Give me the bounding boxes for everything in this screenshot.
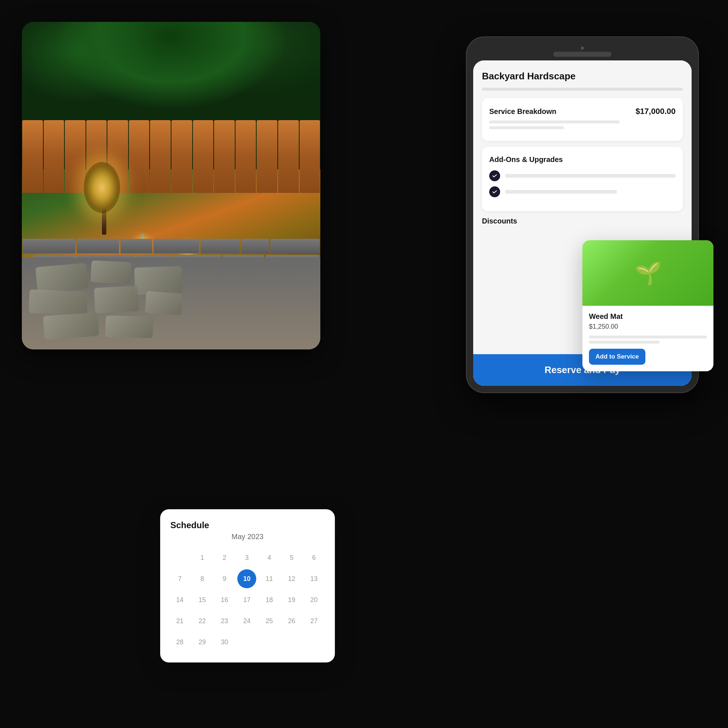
addons-title: Add-Ons & Upgrades: [489, 155, 676, 164]
cal-day-27[interactable]: 27: [305, 612, 324, 630]
addons-card: Add-Ons & Upgrades: [482, 147, 683, 211]
app-title: Backyard Hardscape: [482, 70, 683, 82]
cal-day-4[interactable]: 4: [260, 548, 279, 567]
weedmat-info: Weed Mat $1,250.00 Add to Service: [583, 306, 713, 371]
service-price: $17,000.00: [636, 107, 676, 116]
cal-day-13[interactable]: 13: [305, 569, 324, 588]
phone-bar: [553, 52, 612, 57]
check-icon-2: [492, 189, 498, 195]
cal-day-5[interactable]: 5: [282, 548, 301, 567]
cal-day-2[interactable]: 2: [215, 548, 234, 567]
cal-day-24[interactable]: 24: [237, 612, 256, 630]
phone-speaker: [581, 47, 584, 49]
cal-day-18[interactable]: 18: [260, 590, 279, 609]
check-icon-1: [492, 173, 498, 179]
service-breakdown-label: Service Breakdown: [489, 107, 557, 116]
cal-day-30[interactable]: 30: [215, 633, 234, 652]
check-circle-2: [489, 187, 500, 197]
glow-tree-decoration: [87, 155, 131, 235]
weedmat-price: $1,250.00: [589, 323, 707, 330]
addon-item-1: [489, 170, 676, 181]
discounts-label: Discounts: [482, 217, 683, 232]
cal-day-1[interactable]: 1: [193, 548, 211, 567]
schedule-card: Schedule May 2023 1234567891011121314151…: [160, 509, 335, 662]
cal-day-26[interactable]: 26: [282, 612, 301, 630]
cal-day-16[interactable]: 16: [215, 590, 234, 609]
schedule-title: Schedule: [170, 520, 325, 530]
cal-day-19[interactable]: 19: [282, 590, 301, 609]
cal-day-12[interactable]: 12: [282, 569, 301, 588]
cal-day-8[interactable]: 8: [193, 569, 211, 588]
weedmat-name: Weed Mat: [589, 312, 707, 321]
cal-day-11[interactable]: 11: [260, 569, 279, 588]
check-circle-1: [489, 170, 500, 181]
cal-day-14[interactable]: 14: [170, 590, 189, 609]
cal-day-21[interactable]: 21: [170, 612, 189, 630]
addon-item-2: [489, 187, 676, 197]
cal-day-3[interactable]: 3: [237, 548, 256, 567]
cal-day-10[interactable]: 10: [237, 569, 256, 588]
cal-day-25[interactable]: 25: [260, 612, 279, 630]
calendar-month: May 2023: [170, 532, 325, 541]
cal-day-20[interactable]: 20: [305, 590, 324, 609]
plant-icon: 🌱: [635, 260, 662, 286]
fence-decoration: [22, 120, 320, 193]
weedmat-card: 🌱 Weed Mat $1,250.00 Add to Service: [583, 240, 713, 371]
cal-day-29[interactable]: 29: [193, 633, 211, 652]
calendar-grid: 1234567891011121314151617181920212223242…: [170, 548, 325, 652]
service-breakdown-card: Service Breakdown $17,000.00: [482, 98, 683, 141]
add-to-service-button[interactable]: Add to Service: [589, 349, 645, 365]
garden-image: [22, 22, 320, 349]
cal-day-15[interactable]: 15: [193, 590, 211, 609]
cal-day-6[interactable]: 6: [305, 548, 324, 567]
cal-day-23[interactable]: 23: [215, 612, 234, 630]
cal-day-28[interactable]: 28: [170, 633, 189, 652]
cal-day-7[interactable]: 7: [170, 569, 189, 588]
stone-path: [22, 258, 320, 349]
title-underline: [482, 88, 683, 91]
cal-day-22[interactable]: 22: [193, 612, 211, 630]
cal-day-17[interactable]: 17: [237, 590, 256, 609]
garden-photo-card: [22, 22, 320, 349]
cal-day-9[interactable]: 9: [215, 569, 234, 588]
weedmat-image: 🌱: [583, 240, 713, 306]
